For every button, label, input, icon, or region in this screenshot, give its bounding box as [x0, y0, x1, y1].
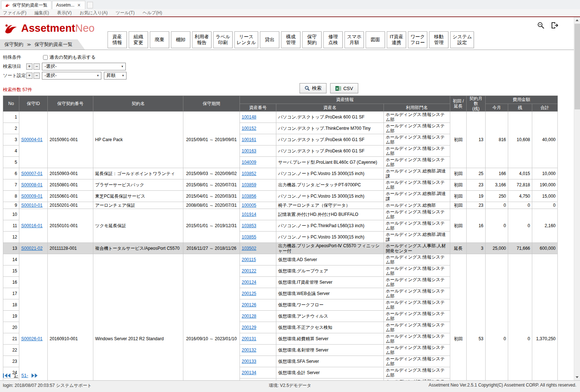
asset-row: 9S00010-0120150201-001アーロンチェア保証2008/08/0…: [3, 202, 558, 209]
asset-number-link[interactable]: 200133: [242, 359, 256, 364]
nav-maintenance-contract[interactable]: 保守契約: [302, 31, 322, 48]
asset-number-link[interactable]: 103502: [242, 246, 256, 251]
nav-it-asset-link[interactable]: IT資産連携: [387, 31, 406, 48]
department-cell: ホールディングス.総務部: [384, 202, 450, 209]
asset-number-link[interactable]: 200125: [242, 291, 256, 296]
asset-number-link[interactable]: 100161: [242, 137, 256, 142]
asset-number-link[interactable]: 200115: [242, 257, 256, 262]
search-button[interactable]: 検索: [300, 83, 327, 93]
menu-item[interactable]: 編集(E): [34, 10, 49, 16]
nav-move-mgmt[interactable]: 移動管理: [429, 31, 448, 48]
nav-system-settings[interactable]: システム設定: [450, 31, 474, 48]
nav-drawing[interactable]: 図面: [366, 31, 385, 48]
close-icon[interactable]: ✕: [77, 3, 81, 8]
maintenance-id-link[interactable]: S00009-01: [21, 194, 43, 199]
asset-number-link[interactable]: 200132: [242, 348, 256, 353]
no-cell: 17: [3, 288, 19, 299]
asset-number-link[interactable]: 200128: [242, 314, 256, 319]
contract-months-cell: 23: [467, 202, 486, 209]
asset-number-link[interactable]: 200134: [242, 370, 256, 375]
nav-config-mgmt[interactable]: 構成管理: [281, 31, 300, 48]
nav-asset-info[interactable]: 資産情報: [108, 31, 127, 48]
csv-export-button[interactable]: X CSV: [330, 83, 358, 93]
asset-number-link[interactable]: 200124: [242, 280, 256, 285]
scroll-up-icon[interactable]: [574, 17, 580, 23]
cost-this-month-cell: 250: [486, 191, 508, 202]
nav-lease-rental[interactable]: リースレンタル: [234, 31, 258, 48]
asset-number-link[interactable]: 200122: [242, 268, 256, 273]
asset-number-link[interactable]: 103853: [242, 223, 256, 228]
menu-item[interactable]: ツール(T): [116, 10, 135, 16]
asset-number-link[interactable]: 103852: [242, 171, 256, 176]
maintenance-id-link[interactable]: S00010-01: [21, 203, 43, 208]
asset-number-link[interactable]: 200129: [242, 325, 256, 330]
maintenance-id-link[interactable]: S00016-01: [21, 223, 43, 228]
asset-number-link[interactable]: 104009: [242, 160, 256, 165]
new-tab-button[interactable]: [87, 2, 93, 8]
browser-tab-active[interactable]: 保守契約資産一覧: [1, 1, 51, 9]
nav-smartphone-monthly[interactable]: スマホ月額: [345, 31, 364, 48]
add-sort-item-button[interactable]: +: [26, 73, 32, 79]
add-search-item-button[interactable]: +: [26, 63, 32, 70]
asset-number-cell: 200125: [240, 288, 276, 299]
sort-field-select[interactable]: -選択- ▾: [42, 72, 101, 79]
asset-row: 7S00008-0120150801-001ブラザーサービスパック2015/08…: [3, 179, 558, 191]
asset-number-cell: 200128: [240, 311, 276, 322]
maintenance-id-link[interactable]: S00008-01: [21, 182, 43, 187]
asset-number-link[interactable]: 103859: [242, 182, 256, 187]
breadcrumb-parent[interactable]: 保守契約: [4, 42, 23, 47]
app-logo[interactable]: AssetmentNeo: [4, 22, 94, 34]
maintenance-id-cell: S00009-01: [19, 191, 48, 202]
asset-number-link[interactable]: 100152: [242, 126, 256, 131]
maintenance-id-link[interactable]: S00021-02: [21, 246, 43, 251]
maintenance-id-link[interactable]: S00007-01: [21, 171, 43, 176]
first-page-icon[interactable]: [3, 373, 11, 378]
asset-number-link[interactable]: 200126: [242, 302, 256, 307]
remove-search-item-button[interactable]: −: [34, 63, 40, 70]
browser-tab-2[interactable]: Assetm... ✕: [52, 1, 85, 9]
nav-inventory[interactable]: 棚卸: [171, 31, 190, 48]
maintenance-id-link[interactable]: S00026-01: [21, 336, 43, 341]
asset-number-link[interactable]: 100148: [242, 115, 256, 120]
asset-row: 1S00004-0120150901-001HP Care Pack2015/0…: [3, 112, 558, 123]
nav-user-report[interactable]: 利用者報告: [192, 31, 211, 48]
asset-name-cell: 仮想環境.ワークフロー: [276, 299, 384, 311]
quick-search-icon[interactable]: [537, 22, 545, 29]
show-past-contracts-label[interactable]: 過去の契約も表示する: [50, 54, 96, 61]
browser-menu-bar: ファイル(F)編集(E)表示(V)お気に入り(A)ツール(T)ヘルプ(H): [0, 9, 580, 16]
asset-name-cell: パソコン.デスクトップ.ProDesk 600 G1 SF: [276, 134, 384, 145]
chevron-down-icon: ▾: [120, 74, 126, 77]
menu-item[interactable]: お気に入り(A): [79, 10, 108, 16]
first-or-extension-cell: 初回: [450, 179, 467, 191]
nav-repair-inspection[interactable]: 修理点検: [323, 31, 343, 48]
asset-number-link[interactable]: 101914: [242, 212, 256, 217]
logout-icon[interactable]: [550, 22, 559, 29]
nav-org-change[interactable]: 組織変更: [129, 31, 148, 48]
nav-disposal[interactable]: 廃棄: [150, 31, 169, 48]
asset-number-link[interactable]: 100163: [242, 148, 256, 154]
search-item-select[interactable]: -選択- ▾: [42, 63, 126, 70]
cost-total-cell: 190,000: [532, 179, 558, 191]
page-link-current[interactable]: 1-: [14, 373, 18, 378]
asset-number-link[interactable]: 200131: [242, 336, 256, 341]
menu-item[interactable]: 表示(V): [57, 10, 71, 16]
cost-remaining-cell: 4,015: [508, 168, 532, 179]
page-link-next-block[interactable]: 51-: [22, 373, 28, 378]
vertical-scrollbar[interactable]: [574, 17, 580, 380]
sort-order-select[interactable]: 昇順 ▾: [104, 72, 126, 79]
maintenance-id-link[interactable]: S00004-01: [21, 137, 43, 142]
asset-number-link[interactable]: 103856: [242, 194, 256, 199]
nav-workflow[interactable]: ワークフロー: [408, 31, 427, 48]
scroll-down-icon[interactable]: [574, 374, 580, 380]
asset-number-link[interactable]: 100005: [242, 203, 256, 208]
nav-lending[interactable]: 貸出: [260, 31, 279, 48]
remove-sort-item-button[interactable]: −: [34, 73, 40, 79]
next-page-icon[interactable]: [31, 373, 38, 378]
menu-item[interactable]: ヘルプ(H): [143, 10, 162, 16]
menu-item[interactable]: ファイル(F): [3, 10, 26, 16]
scrollbar-thumb[interactable]: [575, 24, 580, 109]
show-past-contracts-checkbox[interactable]: [43, 55, 48, 60]
asset-number-link[interactable]: 103855: [242, 234, 256, 240]
no-cell: 6: [3, 168, 19, 179]
nav-label-print[interactable]: ラベル印刷: [213, 31, 233, 48]
